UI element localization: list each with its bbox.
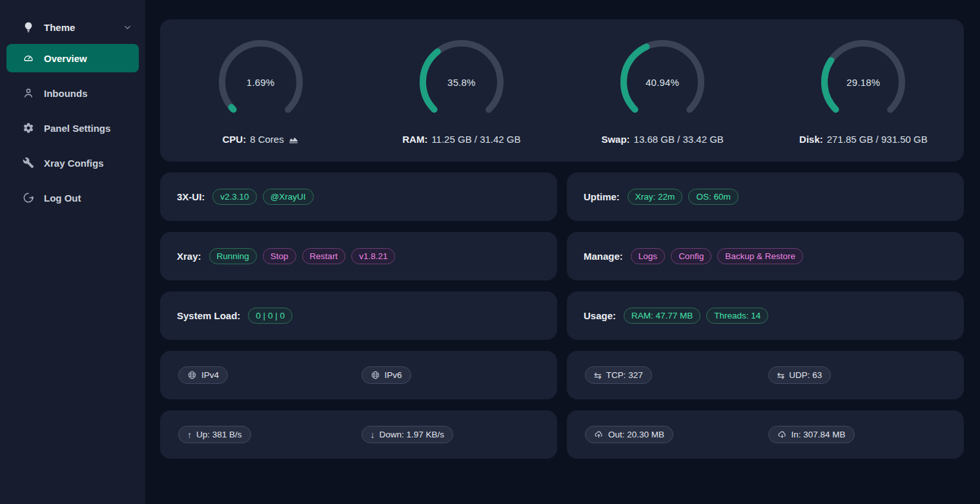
sidebar-item-panel-settings[interactable]: Panel Settings — [6, 114, 139, 142]
disk-label-title: Disk: — [799, 134, 823, 145]
sidebar-item-inbounds[interactable]: Inbounds — [6, 79, 139, 107]
uptime-card: Uptime: Xray: 22m OS: 60m — [567, 173, 964, 221]
usage-threads-tag: Threads: 14 — [706, 308, 768, 324]
ipv6-pill: IPv6 — [362, 366, 411, 384]
sidebar-item-xray-configs[interactable]: Xray Configs — [6, 149, 139, 177]
xray-stop-button[interactable]: Stop — [263, 248, 296, 264]
traffic-out-pill: Out: 20.30 MB — [585, 426, 673, 443]
ram-label: RAM: 11.25 GB / 31.42 GB — [402, 134, 520, 145]
disk-percent: 29.18% — [820, 39, 906, 125]
xui-label: 3X-UI: — [177, 191, 205, 202]
theme-label: Theme — [44, 22, 75, 33]
swap-label-detail: 13.68 GB / 33.42 GB — [634, 134, 724, 145]
upload-speed-pill: ↑ Up: 381 B/s — [178, 426, 251, 443]
cpu-gauge-arc: 1.69% — [218, 39, 304, 125]
wrench-icon — [23, 157, 34, 169]
system-load-card: System Load: 0 | 0 | 0 — [160, 291, 557, 340]
cloud-upload-icon — [594, 430, 604, 439]
xray-card: Xray: Running Stop Restart v1.8.21 — [160, 232, 557, 280]
uptime-label: Uptime: — [584, 191, 620, 202]
cpu-label: CPU: 8 Cores — [223, 134, 299, 145]
gauge-ram: 35.8% RAM: 11.25 GB / 31.42 GB — [402, 39, 520, 145]
gauge-cpu: 1.69% CPU: 8 Cores — [218, 39, 304, 145]
download-speed-pill: ↓ Down: 1.97 KB/s — [362, 426, 454, 443]
sidebar-item-overview[interactable]: Overview — [6, 44, 139, 72]
ram-gauge-arc: 35.8% — [418, 39, 505, 125]
cpu-label-detail: 8 Cores — [250, 134, 284, 145]
globe-icon — [371, 370, 380, 380]
traffic-out: Out: 20.30 MB — [608, 430, 664, 439]
bulb-icon — [23, 21, 34, 33]
traffic-total-card: Out: 20.30 MB In: 307.84 MB — [567, 410, 964, 459]
xray-version-tag[interactable]: v1.8.21 — [351, 248, 395, 264]
usage-label: Usage: — [584, 310, 616, 321]
ip-card: IPv4 IPv6 — [160, 351, 557, 399]
swap-arrows-icon: ⇆ — [777, 371, 785, 380]
traffic-in: In: 307.84 MB — [791, 430, 846, 439]
sidebar-item-label: Inbounds — [44, 88, 88, 99]
sidebar-item-label: Xray Configs — [44, 158, 104, 169]
uptime-xray-tag: Xray: 22m — [628, 189, 683, 205]
speed-card: ↑ Up: 381 B/s ↓ Down: 1.97 KB/s — [160, 410, 557, 459]
manage-backup-restore-button[interactable]: Backup & Restore — [717, 248, 803, 264]
swap-gauge-arc: 40.94% — [619, 39, 706, 125]
sidebar-nav: Overview Inbounds Panel Settings Xray Co… — [0, 44, 145, 212]
system-load-label: System Load: — [177, 310, 240, 321]
disk-label: Disk: 271.85 GB / 931.50 GB — [799, 134, 928, 145]
xray-status-tag: Running — [209, 248, 257, 264]
globe-icon — [187, 370, 197, 380]
ipv4-label: IPv4 — [201, 370, 219, 380]
swap-label: Swap: 13.68 GB / 33.42 GB — [601, 134, 723, 145]
gauge-disk: 29.18% Disk: 271.85 GB / 931.50 GB — [799, 39, 928, 145]
logout-icon — [23, 192, 34, 204]
arrow-down-icon: ↓ — [371, 430, 375, 439]
chevron-down-icon — [123, 23, 132, 32]
sidebar-item-log-out[interactable]: Log Out — [6, 184, 139, 212]
cpu-history-chart-icon[interactable] — [288, 134, 299, 145]
main-content: 1.69% CPU: 8 Cores 35.8% RAM: 11.25 GB — [145, 0, 980, 459]
usage-card: Usage: RAM: 47.77 MB Threads: 14 — [567, 291, 964, 340]
udp-count: UDP: 63 — [789, 370, 822, 380]
disk-label-detail: 271.85 GB / 931.50 GB — [827, 134, 928, 145]
cpu-label-title: CPU: — [223, 134, 247, 145]
tcp-pill: ⇆ TCP: 327 — [585, 366, 652, 384]
xui-card: 3X-UI: v2.3.10 @XrayUI — [160, 173, 557, 221]
swap-percent: 40.94% — [619, 39, 706, 125]
arrow-up-icon: ↑ — [187, 430, 192, 439]
dashboard-icon — [23, 52, 34, 64]
swap-arrows-icon: ⇆ — [594, 371, 602, 380]
xui-telegram-tag[interactable]: @XrayUI — [263, 189, 314, 205]
udp-pill: ⇆ UDP: 63 — [768, 366, 832, 384]
user-icon — [23, 87, 34, 99]
gear-icon — [23, 122, 34, 134]
xray-label: Xray: — [177, 251, 201, 262]
ipv4-pill: IPv4 — [178, 366, 228, 384]
manage-logs-button[interactable]: Logs — [631, 248, 665, 264]
uptime-os-tag: OS: 60m — [688, 189, 738, 205]
sidebar-item-label: Log Out — [44, 193, 81, 204]
sidebar-item-label: Panel Settings — [44, 123, 110, 134]
manage-label: Manage: — [584, 251, 623, 262]
sidebar: Theme Overview Inbounds Panel Settings — [0, 0, 145, 504]
manage-config-button[interactable]: Config — [671, 248, 711, 264]
ram-label-detail: 11.25 GB / 31.42 GB — [431, 134, 520, 145]
traffic-in-pill: In: 307.84 MB — [768, 426, 855, 443]
sidebar-item-label: Overview — [44, 53, 87, 64]
xui-version-tag[interactable]: v2.3.10 — [212, 189, 256, 205]
disk-gauge-arc: 29.18% — [820, 39, 906, 125]
info-cards-grid: 3X-UI: v2.3.10 @XrayUI Uptime: Xray: 22m… — [160, 173, 964, 459]
ram-percent: 35.8% — [418, 39, 505, 125]
connections-card: ⇆ TCP: 327 ⇆ UDP: 63 — [567, 351, 964, 399]
cpu-percent: 1.69% — [218, 39, 304, 125]
system-gauges-card: 1.69% CPU: 8 Cores 35.8% RAM: 11.25 GB — [160, 19, 964, 162]
swap-label-title: Swap: — [601, 134, 629, 145]
cloud-download-icon — [777, 430, 787, 439]
manage-card: Manage: Logs Config Backup & Restore — [567, 232, 964, 280]
system-load-value-tag: 0 | 0 | 0 — [248, 308, 292, 324]
theme-toggle[interactable]: Theme — [0, 0, 145, 39]
upload-speed: Up: 381 B/s — [196, 430, 242, 439]
usage-ram-tag: RAM: 47.77 MB — [624, 308, 700, 324]
xray-restart-button[interactable]: Restart — [302, 248, 346, 264]
gauge-swap: 40.94% Swap: 13.68 GB / 33.42 GB — [601, 39, 723, 145]
tcp-count: TCP: 327 — [606, 370, 643, 380]
